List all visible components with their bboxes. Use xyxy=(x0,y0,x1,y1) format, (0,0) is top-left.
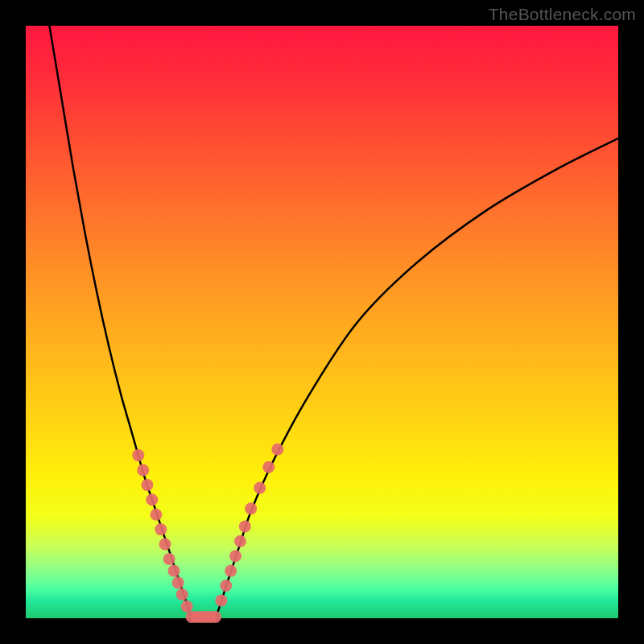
data-marker xyxy=(271,444,283,456)
data-marker xyxy=(141,479,153,491)
data-marker xyxy=(262,461,275,473)
plot-area xyxy=(26,26,618,618)
data-marker xyxy=(137,464,149,477)
data-marker xyxy=(132,449,144,461)
data-marker xyxy=(176,588,188,601)
data-marker xyxy=(225,565,237,577)
chart-frame: TheBottleneck.com xyxy=(0,0,644,644)
data-marker xyxy=(163,553,175,565)
data-marker xyxy=(215,594,227,606)
data-marker xyxy=(172,576,184,588)
data-marker xyxy=(181,601,193,613)
data-marker xyxy=(254,482,266,494)
data-marker xyxy=(220,580,232,592)
data-marker xyxy=(239,520,251,532)
data-marker xyxy=(168,565,180,577)
watermark-text: TheBottleneck.com xyxy=(489,5,636,24)
data-marker xyxy=(245,502,257,514)
data-marker xyxy=(209,611,221,623)
bottleneck-curve xyxy=(49,26,618,621)
data-marker xyxy=(155,523,167,535)
data-marker xyxy=(150,509,162,521)
data-marker xyxy=(234,535,246,547)
data-marker xyxy=(229,550,242,562)
data-marker xyxy=(146,493,158,506)
chart-svg xyxy=(26,26,618,618)
data-marker xyxy=(159,539,171,551)
